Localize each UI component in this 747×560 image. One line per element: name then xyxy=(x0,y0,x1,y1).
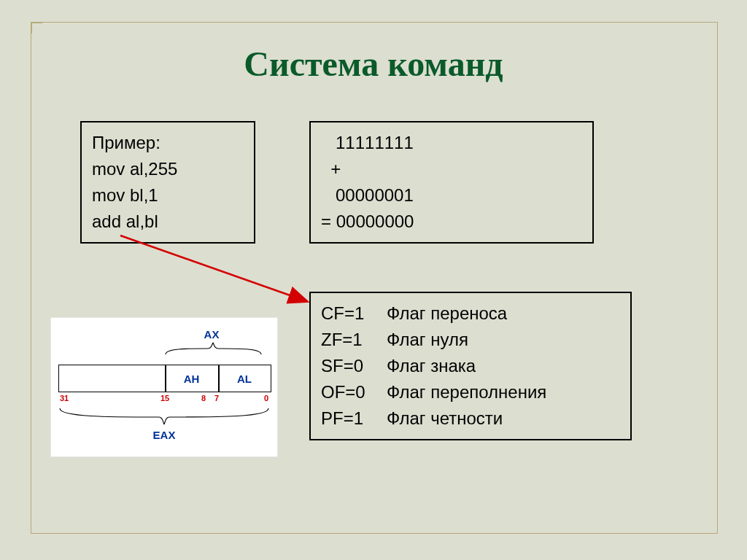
flag-eq: ZF=1 xyxy=(321,327,387,353)
label-al: AL xyxy=(218,365,271,392)
flag-eq: PF=1 xyxy=(321,405,387,432)
flag-eq: CF=1 xyxy=(321,300,387,327)
bit-label: 7 xyxy=(214,394,219,402)
calc-operand-a: 11111111 xyxy=(321,130,582,156)
calculation-box: 11111111 + 00000001 = 00000000 xyxy=(309,121,594,244)
calc-result: = 00000000 xyxy=(321,209,582,235)
flag-row: SF=0 Флаг знака xyxy=(321,353,620,379)
brace-top-icon xyxy=(164,341,263,356)
corner-accent xyxy=(31,22,42,34)
calc-operand-b: 00000001 xyxy=(321,182,582,209)
code-line: mov al,255 xyxy=(92,156,244,182)
flag-row: PF=1 Флаг четности xyxy=(321,405,620,432)
flag-row: CF=1 Флаг переноса xyxy=(321,300,620,327)
code-line: mov bl,1 xyxy=(92,182,244,209)
flag-row: ZF=1 Флаг нуля xyxy=(321,327,620,353)
register-bar: AH AL xyxy=(58,365,271,392)
example-label: Пример: xyxy=(92,130,244,156)
slide-title: Система команд xyxy=(0,44,747,84)
register-diagram: AX AH AL 31 15 8 7 0 EAX xyxy=(51,318,277,456)
flag-eq: OF=0 xyxy=(321,379,387,405)
label-ax: AX xyxy=(168,328,255,341)
code-line: add al,bl xyxy=(92,209,244,235)
flag-desc: Флаг четности xyxy=(387,405,503,432)
bit-label: 0 xyxy=(264,394,268,402)
label-ah: AH xyxy=(165,365,218,392)
brace-bottom-icon xyxy=(58,407,270,426)
flag-row: OF=0 Флаг переполнения xyxy=(321,379,620,405)
example-box: Пример: mov al,255 mov bl,1 add al,bl xyxy=(80,121,255,244)
flag-desc: Флаг переноса xyxy=(387,300,507,327)
flag-desc: Флаг нуля xyxy=(387,327,468,353)
flags-box: CF=1 Флаг переноса ZF=1 Флаг нуля SF=0 Ф… xyxy=(309,292,632,440)
flag-eq: SF=0 xyxy=(321,353,387,379)
flag-desc: Флаг знака xyxy=(387,353,476,379)
label-eax: EAX xyxy=(51,429,277,441)
bit-label: 8 xyxy=(201,394,206,402)
slide-frame xyxy=(31,22,718,534)
calc-operator: + xyxy=(321,156,582,182)
bit-label: 31 xyxy=(60,394,69,402)
bit-label: 15 xyxy=(160,394,169,402)
flag-desc: Флаг переполнения xyxy=(387,379,546,405)
